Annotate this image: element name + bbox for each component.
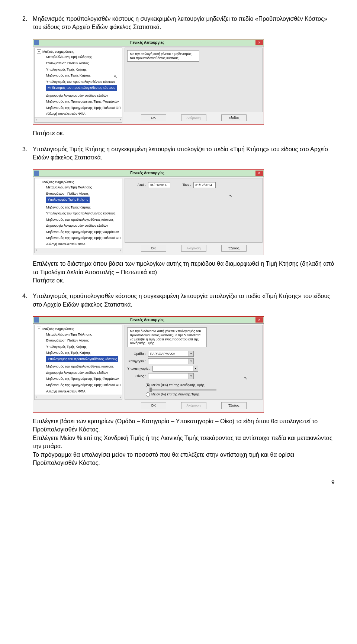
titlebar: Γενικές Λειτουργίες ×: [33, 39, 264, 46]
tree-item[interactable]: Δημιουργία λογαριασμών εσόδων εξόδων: [46, 370, 120, 376]
item-2-continuation: Πατήστε οκ.: [33, 129, 335, 137]
tree-item[interactable]: Δημιουργία λογαριασμών εσόδων εξόδων: [46, 223, 120, 229]
close-icon[interactable]: ×: [255, 40, 263, 45]
chevron-down-icon: ▾: [193, 366, 198, 372]
subcategory-combo[interactable]: ▾: [152, 366, 198, 372]
tree-item[interactable]: Ενσωμάτωση Πεδίων Λίστας: [46, 60, 120, 67]
exit-button[interactable]: Έξοδος: [221, 114, 247, 122]
scrollbar[interactable]: ‹›: [35, 117, 122, 122]
list-item-3: 3. Υπολογισμός Τιμής Κτήσης η συγκεκριμέ…: [22, 145, 335, 162]
ok-button[interactable]: OK: [141, 114, 166, 122]
tree-item[interactable]: Μηδενισμός της Προηγούμενης Τιμής Παλαιο…: [46, 382, 120, 388]
tree-item[interactable]: Μηδενισμός της Τιμής Κτήσης: [46, 350, 120, 356]
tree-item[interactable]: Μηδενισμός της Τιμής Κτήσης: [46, 204, 120, 211]
screenshot-window-3: Γενικές Λειτουργίες × − Μαζικές ενημερώσ…: [33, 316, 264, 413]
category-label: Κατηγορία :: [127, 359, 146, 364]
item-3-continuation: Επιλέγετε το διάστημα όπου βάσει των τιμ…: [33, 260, 335, 285]
tree-item[interactable]: Μηδενισμός του προϋπολογισθέντος κόστους: [46, 85, 117, 91]
content-panel: Από : 01/01/2014 Έως : 31/12/2014 ↖: [125, 178, 263, 243]
tree-item[interactable]: Αλλαγή συντελεστών ΦΠΑ: [46, 241, 120, 247]
titlebar: Γενικές Λειτουργίες ×: [33, 317, 264, 324]
tree-children-1: Μεταβαλλόμενη Τιμή ΠώλησηςΕνσωμάτωση Πεδ…: [43, 54, 120, 122]
exit-button[interactable]: Έξοδος: [221, 245, 247, 252]
tree-item[interactable]: Υπολογισμός του προϋπολογισθέντος κόστου…: [46, 356, 118, 362]
ok-button[interactable]: OK: [141, 402, 166, 409]
tree-item[interactable]: Μηδενισμός της Προηγούμενης Τιμής Παλαιο…: [46, 105, 120, 111]
radio-retail[interactable]: [146, 392, 150, 397]
tree-root-label[interactable]: Μαζικές ενημερώσεις: [42, 49, 74, 54]
collapse-icon[interactable]: −: [37, 327, 41, 331]
close-icon[interactable]: ×: [255, 317, 263, 323]
window-title: Γενικές Λειτουργίες: [39, 317, 255, 323]
group-value: ΠΑΡΑΦΑΡΜΑΚΑ: [148, 351, 189, 357]
description-box: Με την διαδικασία αυτή γίνεται Υπολογισμ…: [127, 327, 207, 347]
window-title: Γενικές Λειτουργίες: [39, 40, 255, 45]
radio-wholesale-label: Μείον (0%) επί της Χονδρικής Τιμής: [151, 383, 205, 388]
description-box: Με την επιλογή αυτή γίνεται ο μηδενισμός…: [127, 50, 199, 62]
cancel-button: Ακύρωση: [181, 402, 206, 409]
tree-item[interactable]: Μηδενισμός του προϋπολογισθέντος κόστους: [46, 217, 120, 223]
group-label: Ομάδα :: [127, 352, 146, 356]
house-combo[interactable]: ▾: [148, 373, 194, 379]
tree-item[interactable]: Μηδενισμός της Προηγούμενης Τιμής Φαρμάκ…: [46, 376, 120, 382]
content-panel: Με την επιλογή αυτή γίνεται ο μηδενισμός…: [125, 48, 263, 112]
tree-item[interactable]: Μηδενισμός της Προηγούμενης Τιμής Φαρμάκ…: [46, 229, 120, 235]
tree-root-label[interactable]: Μαζικές ενημερώσεις: [42, 327, 74, 331]
tree-pane: − Μαζικές ενημερώσεις Μεταβαλλόμενη Τιμή…: [34, 178, 122, 253]
tree-item[interactable]: Υπολογισμός Τιμής Κτήσης: [46, 67, 120, 73]
ok-button[interactable]: OK: [141, 245, 166, 252]
screenshot-window-2: Γενικές Λειτουργίες × − Μαζικές ενημερώσ…: [33, 169, 264, 256]
tree-item[interactable]: Μηδενισμός της Προηγούμενης Τιμής Φαρμάκ…: [46, 98, 120, 105]
item-text: Υπολογισμός προϋπολογισθέν κόστους η συγ…: [33, 292, 335, 309]
cancel-button: Ακύρωση: [181, 245, 206, 252]
exit-button[interactable]: Έξοδος: [221, 402, 247, 409]
radio-wholesale[interactable]: [146, 383, 150, 387]
item-number: 3.: [22, 145, 33, 162]
tree-item[interactable]: Αλλαγή συντελεστών ΦΠΑ: [46, 388, 120, 395]
scrollbar[interactable]: ‹›: [35, 395, 122, 399]
chevron-down-icon: ▾: [189, 358, 194, 364]
tree-item[interactable]: Μεταβαλλόμενη Τιμή Πώλησης: [46, 184, 120, 191]
screenshot-window-1: Γενικές Λειτουργίες × − Μαζικές ενημερώσ…: [33, 39, 264, 125]
list-item-2: 2. Μηδενισμός προϋπολογισθέν κόστους η σ…: [22, 15, 335, 32]
titlebar: Γενικές Λειτουργίες ×: [33, 170, 264, 177]
cancel-button: Ακύρωση: [181, 114, 206, 122]
from-date-input[interactable]: 01/01/2014: [148, 182, 170, 188]
tree-item[interactable]: Μηδενισμός της Προηγούμενης Τιμής Παλαιο…: [46, 235, 120, 241]
tree-children-3: Μεταβαλλόμενη Τιμή ΠώλησηςΕνσωμάτωση Πεδ…: [43, 331, 120, 400]
tree-item[interactable]: Υπολογισμός του προϋπολογισθέντος κόστου…: [46, 79, 120, 85]
window-icon: [34, 171, 39, 176]
tree-item[interactable]: Ενσωμάτωση Πεδίων Λίστας: [46, 337, 120, 344]
list-item-4: 4. Υπολογισμός προϋπολογισθέν κόστους η …: [22, 292, 335, 309]
tree-item[interactable]: Μεταβαλλόμενη Τιμή Πώλησης: [46, 331, 120, 338]
item-number: 2.: [22, 15, 33, 32]
tree-item[interactable]: Μεταβαλλόμενη Τιμή Πώλησης: [46, 54, 120, 60]
window-icon: [34, 40, 39, 45]
collapse-icon[interactable]: −: [37, 180, 41, 184]
tree-item[interactable]: Υπολογισμός Τιμής Κτήσης: [46, 197, 90, 203]
radio-retail-label: Μείον (%) επί της Λιανικής Τιμής: [151, 392, 199, 397]
tree-children-2: Μεταβαλλόμενη Τιμή ΠώλησηςΕνσωμάτωση Πεδ…: [43, 184, 120, 253]
item-number: 4.: [22, 292, 33, 309]
tree-item[interactable]: Ενσωμάτωση Πεδίων Λίστας: [46, 191, 120, 197]
tree-item[interactable]: Δημιουργία λογαριασμών εσόδων εξόδων: [46, 93, 120, 99]
tree-item[interactable]: Υπολογισμός Τιμής Κτήσης: [46, 344, 120, 350]
chevron-down-icon: ▾: [189, 373, 194, 379]
to-date-input[interactable]: 31/12/2014: [193, 182, 216, 188]
content-panel: Με την διαδικασία αυτή γίνεται Υπολογισμ…: [125, 325, 263, 400]
close-icon[interactable]: ×: [255, 171, 263, 176]
tree-item[interactable]: Υπολογισμός του προϋπολογισθέντος κόστου…: [46, 210, 120, 217]
tree-item[interactable]: Μηδενισμός της Τιμής Κτήσης: [46, 72, 120, 79]
category-combo[interactable]: ▾: [148, 358, 194, 364]
tree-root-label[interactable]: Μαζικές ενημερώσεις: [42, 180, 74, 185]
to-label: Έως :: [173, 182, 191, 187]
collapse-icon[interactable]: −: [37, 49, 41, 54]
item-4-continuation: Επιλέγετε βάσει των κριτηρίων (Ομάδα – Κ…: [33, 417, 335, 467]
cursor-icon: ↖: [114, 74, 117, 80]
tree-item[interactable]: Αλλαγή συντελεστών ΦΠΑ: [46, 111, 120, 117]
house-label: Οίκος :: [127, 374, 146, 379]
tree-item[interactable]: Μηδενισμός του προϋπολογισθέντος κόστους: [46, 363, 120, 370]
percent-slider[interactable]: [149, 389, 216, 391]
group-combo[interactable]: ΠΑΡΑΦΑΡΜΑΚΑ ▾: [148, 351, 194, 357]
scrollbar[interactable]: ‹›: [35, 248, 122, 253]
